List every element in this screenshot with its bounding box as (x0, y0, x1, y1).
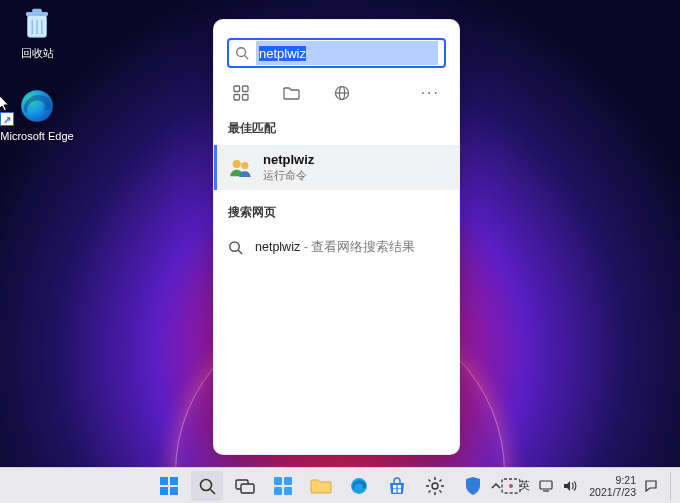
widgets-icon (273, 476, 293, 496)
svg-rect-29 (284, 477, 292, 485)
file-explorer-icon (310, 477, 332, 495)
filter-more-icon[interactable]: ··· (421, 84, 440, 102)
desktop[interactable]: 回收站 ↗ Microsoft Edge (0, 0, 680, 503)
svg-rect-9 (234, 86, 240, 92)
best-match-title: netplwiz (263, 152, 314, 167)
svg-rect-30 (274, 487, 282, 495)
svg-point-7 (237, 48, 246, 57)
svg-rect-27 (241, 484, 254, 493)
svg-rect-20 (160, 477, 168, 485)
task-view-button[interactable] (229, 471, 261, 501)
volume-icon (563, 480, 577, 492)
desktop-icon-recycle-bin[interactable]: 回收站 (0, 4, 74, 61)
best-match-subtitle: 运行命令 (263, 168, 314, 183)
desktop-icon-edge[interactable]: ↗ Microsoft Edge (0, 86, 74, 142)
user-accounts-icon (227, 155, 253, 181)
start-button[interactable] (153, 471, 185, 501)
search-input[interactable] (256, 41, 438, 65)
svg-point-16 (233, 159, 241, 167)
svg-point-37 (432, 483, 438, 489)
volume-button[interactable] (563, 480, 581, 492)
search-box[interactable] (227, 38, 446, 68)
taskbar-clock[interactable]: 9:21 2021/7/23 (587, 474, 638, 498)
notifications-icon (644, 479, 658, 493)
task-view-icon (235, 478, 255, 494)
ime-button[interactable]: 英 (515, 478, 533, 493)
chevron-up-icon (491, 481, 501, 491)
svg-rect-21 (170, 477, 178, 485)
edge-icon: ↗ (0, 86, 74, 126)
svg-rect-12 (243, 95, 249, 101)
system-tray: 英 9:21 2021/7/23 (491, 468, 676, 504)
svg-line-19 (238, 250, 242, 254)
edge-button[interactable] (343, 471, 375, 501)
clock-date: 2021/7/23 (589, 486, 636, 498)
svg-rect-28 (274, 477, 282, 485)
tray-overflow-button[interactable] (491, 481, 509, 491)
svg-rect-22 (160, 487, 168, 495)
store-icon (387, 476, 407, 496)
web-result-suffix: - 查看网络搜索结果 (300, 240, 415, 254)
svg-rect-10 (243, 86, 249, 92)
svg-point-24 (201, 479, 212, 490)
svg-rect-35 (393, 489, 396, 492)
search-filter-row: ··· (214, 78, 459, 114)
taskbar: 英 9:21 2021/7/23 (0, 467, 680, 503)
search-icon (235, 46, 249, 60)
network-icon (539, 480, 553, 492)
search-flyout: ··· 最佳匹配 netplwiz 运行命令 搜索网页 (213, 19, 460, 455)
svg-point-17 (241, 161, 248, 168)
show-desktop-button[interactable] (670, 472, 676, 500)
web-search-result[interactable]: netplwiz - 查看网络搜索结果 (214, 229, 459, 266)
svg-rect-33 (393, 485, 396, 488)
start-icon (159, 476, 179, 496)
clock-time: 9:21 (589, 474, 636, 486)
settings-icon (425, 476, 445, 496)
filter-apps-icon[interactable] (233, 85, 249, 101)
defender-icon (464, 476, 482, 496)
settings-button[interactable] (419, 471, 451, 501)
svg-line-25 (211, 489, 216, 494)
svg-rect-36 (398, 489, 401, 492)
store-button[interactable] (381, 471, 413, 501)
search-icon (228, 240, 243, 255)
svg-rect-34 (398, 485, 401, 488)
search-icon (198, 477, 216, 495)
widgets-button[interactable] (267, 471, 299, 501)
filter-web-icon[interactable] (334, 85, 350, 101)
taskbar-search-button[interactable] (191, 471, 223, 501)
svg-point-18 (230, 242, 239, 251)
best-match-result[interactable]: netplwiz 运行命令 (214, 145, 459, 190)
shortcut-arrow-icon: ↗ (0, 112, 14, 126)
notifications-button[interactable] (644, 479, 662, 493)
file-explorer-button[interactable] (305, 471, 337, 501)
web-result-query: netplwiz (255, 240, 300, 254)
svg-rect-40 (540, 481, 552, 489)
svg-rect-11 (234, 95, 240, 101)
taskbar-center (153, 471, 527, 501)
defender-button[interactable] (457, 471, 489, 501)
desktop-icon-label: Microsoft Edge (0, 130, 74, 142)
section-best-match-label: 最佳匹配 (214, 114, 459, 145)
svg-rect-23 (170, 487, 178, 495)
section-web-label: 搜索网页 (214, 190, 459, 229)
recycle-bin-icon (0, 4, 74, 42)
svg-rect-2 (32, 9, 42, 13)
network-button[interactable] (539, 480, 557, 492)
svg-rect-31 (284, 487, 292, 495)
svg-line-8 (245, 56, 249, 60)
edge-icon (349, 476, 369, 496)
filter-documents-icon[interactable] (283, 86, 300, 100)
desktop-icon-label: 回收站 (0, 46, 74, 61)
